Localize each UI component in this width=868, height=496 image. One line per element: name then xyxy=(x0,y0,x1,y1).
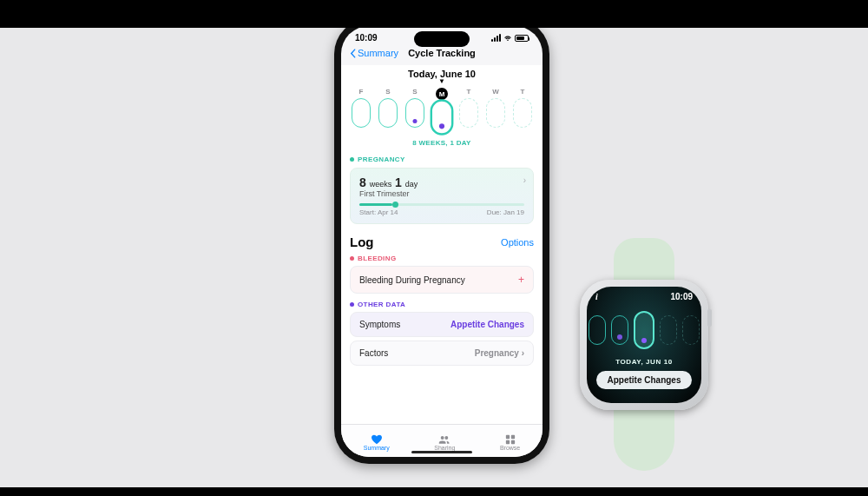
gestation-label: 8 WEEKS, 1 DAY xyxy=(341,139,542,147)
phone-content[interactable]: Today, June 10 ▼ F S S M T W T 8 WEEKS, … xyxy=(341,65,542,424)
section-dot-icon xyxy=(350,302,354,307)
chevron-right-icon: › xyxy=(522,348,524,358)
options-button[interactable]: Options xyxy=(501,237,534,248)
watch-time: 10:09 xyxy=(670,292,693,301)
watch-day-pill[interactable] xyxy=(682,315,700,345)
plus-icon: + xyxy=(518,274,524,286)
svg-rect-2 xyxy=(505,440,509,444)
battery-icon xyxy=(515,35,529,42)
bleeding-item-label: Bleeding During Pregnancy xyxy=(359,275,465,285)
days-unit: day xyxy=(405,180,418,188)
watch-cycle-row[interactable] xyxy=(589,311,700,349)
factors-value: Pregnancy › xyxy=(475,348,524,358)
tab-label: Sharing xyxy=(434,445,455,451)
tab-summary[interactable]: Summary xyxy=(364,434,390,451)
factors-title: Factors xyxy=(359,348,388,358)
tab-browse[interactable]: Browse xyxy=(500,434,520,451)
digital-crown[interactable] xyxy=(707,309,712,327)
dynamic-island xyxy=(414,31,470,47)
cycle-day-pill[interactable] xyxy=(459,98,478,128)
watch-symptom-chip[interactable]: Appetite Changes xyxy=(596,371,691,389)
tab-label: Browse xyxy=(500,445,520,451)
date-caret-icon: ▼ xyxy=(341,79,542,84)
section-dot-icon xyxy=(350,157,354,162)
status-time: 10:09 xyxy=(355,33,378,43)
tab-label: Summary xyxy=(364,445,390,451)
svg-rect-0 xyxy=(505,435,509,439)
cycle-day-pill[interactable] xyxy=(405,98,424,128)
start-date: Start: Apr 14 xyxy=(359,208,398,216)
heart-icon xyxy=(371,434,383,445)
log-dot-icon xyxy=(641,338,647,343)
cycle-day-row[interactable]: F S S M T W T xyxy=(341,88,542,132)
back-button[interactable]: Summary xyxy=(350,48,398,58)
due-date: Due: Jan 19 xyxy=(487,208,524,216)
day-label: S xyxy=(385,88,390,96)
back-label: Summary xyxy=(358,48,398,58)
symptoms-title: Symptoms xyxy=(359,320,400,329)
cycle-day-pill[interactable] xyxy=(513,98,532,128)
weeks-number: 8 xyxy=(359,175,366,189)
factors-item[interactable]: Factors Pregnancy › xyxy=(350,341,534,366)
home-indicator[interactable] xyxy=(411,451,472,453)
watch-day-pill[interactable] xyxy=(660,315,677,345)
days-number: 1 xyxy=(395,175,402,189)
apple-watch: i 10:09 TODAY, JUN 10 Appetite Changes xyxy=(575,280,713,410)
iphone-screen: 10:09 Summary Cycle Tracking Today, June… xyxy=(341,26,542,457)
grid-icon xyxy=(504,434,516,445)
symptoms-item[interactable]: Symptoms Appetite Changes xyxy=(350,312,534,337)
pregnancy-section: PREGNANCY › 8 weeks 1 day First Trimeste… xyxy=(341,155,542,224)
section-dot-icon xyxy=(350,256,354,261)
weeks-unit: weeks xyxy=(370,180,392,188)
watch-day-pill[interactable] xyxy=(611,315,628,345)
cycle-day-pill[interactable] xyxy=(486,98,505,128)
chevron-right-icon: › xyxy=(523,175,526,185)
pregnancy-card[interactable]: › 8 weeks 1 day First Trimester Start: A… xyxy=(350,168,534,224)
watch-date-label: TODAY, JUN 10 xyxy=(615,358,673,366)
chevron-left-icon xyxy=(350,49,356,58)
iphone-frame: 10:09 Summary Cycle Tracking Today, June… xyxy=(334,19,549,464)
watch-day-pill-today[interactable] xyxy=(634,311,654,349)
svg-rect-3 xyxy=(510,440,514,444)
nav-title: Cycle Tracking xyxy=(408,48,476,58)
watch-status-bar: i 10:09 xyxy=(587,292,701,301)
people-icon xyxy=(438,434,450,445)
svg-rect-1 xyxy=(510,435,514,439)
trimester-label: First Trimester xyxy=(359,189,524,198)
other-data-section-label: OTHER DATA xyxy=(358,301,405,308)
day-label: F xyxy=(359,88,364,96)
cycle-day-pill[interactable] xyxy=(378,98,398,128)
cellular-icon xyxy=(491,34,501,42)
tab-sharing[interactable]: Sharing xyxy=(434,434,455,451)
log-title: Log xyxy=(350,235,374,249)
log-header: Log Options xyxy=(341,235,542,249)
cycle-day-pill-today[interactable] xyxy=(431,99,454,135)
day-label: S xyxy=(412,88,417,96)
pregnancy-section-label: PREGNANCY xyxy=(358,155,405,163)
day-label-today: M xyxy=(436,88,448,100)
cycle-day-pill[interactable] xyxy=(352,98,371,128)
day-label: T xyxy=(521,88,525,96)
watch-case: i 10:09 TODAY, JUN 10 Appetite Changes xyxy=(580,280,708,410)
wifi-icon xyxy=(503,35,512,42)
watch-screen[interactable]: i 10:09 TODAY, JUN 10 Appetite Changes xyxy=(587,287,701,403)
watch-day-pill[interactable] xyxy=(589,315,606,345)
symptoms-value: Appetite Changes xyxy=(450,320,524,329)
side-button[interactable] xyxy=(707,341,711,363)
bleeding-item[interactable]: Bleeding During Pregnancy + xyxy=(350,266,534,294)
pregnancy-progress xyxy=(359,203,524,206)
bleeding-section-label: BLEEDING xyxy=(358,255,397,262)
day-label: W xyxy=(492,88,499,96)
info-icon[interactable]: i xyxy=(595,292,598,301)
day-label: T xyxy=(467,88,471,96)
log-dot-icon xyxy=(413,119,418,123)
log-dot-icon xyxy=(617,334,622,340)
log-dot-icon xyxy=(439,123,444,129)
